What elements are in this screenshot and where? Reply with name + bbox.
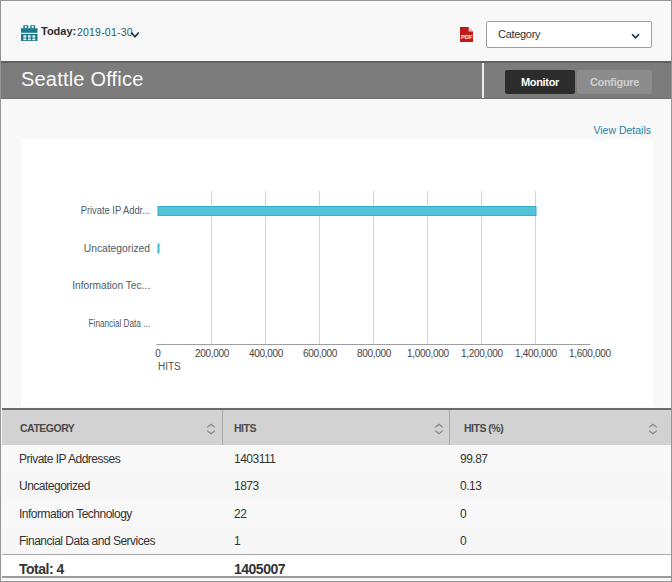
svg-text:800,000: 800,000: [357, 348, 392, 359]
svg-text:1,200,000: 1,200,000: [461, 348, 504, 359]
svg-text:Uncategorized: Uncategorized: [84, 242, 150, 253]
svg-text:0: 0: [155, 348, 161, 359]
svg-text:HITS: HITS: [158, 361, 181, 372]
svg-text:400,000: 400,000: [249, 348, 284, 359]
svg-text:PDF: PDF: [461, 34, 473, 40]
svg-text:200,000: 200,000: [195, 348, 230, 359]
svg-text:Information Tec...: Information Tec...: [72, 280, 150, 291]
svg-text:1,000,000: 1,000,000: [407, 348, 450, 359]
svg-text:Private IP Addr...: Private IP Addr...: [81, 204, 150, 216]
svg-text:Financial Data ...: Financial Data ...: [89, 316, 150, 328]
svg-text:600,000: 600,000: [303, 348, 338, 359]
svg-text:1,400,000: 1,400,000: [515, 348, 558, 359]
svg-text:1,600,000: 1,600,000: [569, 348, 612, 359]
